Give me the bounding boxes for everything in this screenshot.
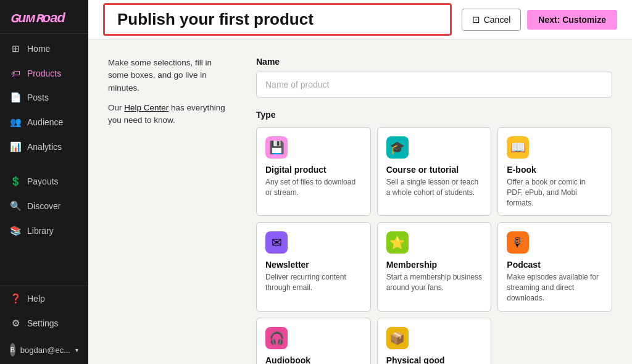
analytics-icon: 📊 — [10, 141, 21, 152]
ebook-title: E-book — [507, 165, 603, 175]
help-text: Our Help Center has everything you need … — [108, 102, 231, 127]
podcast-title: Podcast — [507, 260, 603, 270]
course-description: Sell a single lesson or teach a whole co… — [386, 177, 483, 198]
type-card-audiobook[interactable]: 🎧 Audiobook Let customers listen to your… — [256, 318, 371, 364]
type-label: Type — [256, 110, 612, 120]
sidebar-user[interactable]: B bogdan@ec... ▾ — [0, 336, 88, 364]
newsletter-icon: ✉ — [265, 231, 288, 254]
sidebar-bottom: ❓ Help ⚙ Settings B bogdan@ec... ▾ — [0, 286, 88, 364]
sidebar-label-library: Library — [27, 226, 54, 236]
posts-icon: 📄 — [10, 92, 21, 103]
course-icon: 🎓 — [386, 136, 409, 159]
sidebar-label-discover: Discover — [27, 201, 60, 211]
physical-icon: 📦 — [386, 327, 409, 349]
physical-title: Physical good — [386, 355, 483, 364]
products-icon: 🏷 — [10, 68, 21, 78]
audiobook-title: Audiobook — [265, 355, 362, 364]
course-title: Course or tutorial — [386, 165, 483, 175]
settings-icon: ⚙ — [10, 318, 21, 329]
podcast-description: Make episodes available for streaming an… — [507, 272, 603, 303]
newsletter-title: Newsletter — [265, 260, 362, 270]
sidebar: ɢuмʀoaD ⊞ Home 🏷 Products 📄 Posts 👥 Audi… — [0, 0, 88, 364]
logo-text: ɢuмʀoaD — [10, 10, 65, 25]
help-prefix: Our — [108, 103, 124, 112]
sidebar-label-help: Help — [27, 294, 45, 304]
digital-title: Digital product — [265, 165, 362, 175]
discover-icon: 🔍 — [10, 201, 21, 212]
header-actions: ⊡ Cancel Next: Customize — [462, 9, 617, 31]
sidebar-item-settings[interactable]: ⚙ Settings — [0, 311, 88, 336]
cancel-label: Cancel — [484, 15, 511, 25]
sidebar-item-audience[interactable]: 👥 Audience — [0, 110, 88, 134]
chevron-down-icon: ▾ — [75, 347, 78, 354]
membership-title: Membership — [386, 260, 483, 270]
product-name-input[interactable] — [256, 72, 612, 97]
membership-icon: ⭐ — [386, 231, 409, 254]
sidebar-label-settings: Settings — [27, 318, 59, 328]
sidebar-item-library[interactable]: 📚 Library — [0, 218, 88, 243]
audiobook-icon: 🎧 — [265, 327, 288, 349]
avatar: B — [10, 343, 15, 357]
type-card-physical[interactable]: 📦 Physical good Sell anything that requi… — [377, 318, 492, 364]
ebook-description: Offer a book or comic in PDF, ePub, and … — [507, 177, 603, 208]
cancel-icon: ⊡ — [472, 14, 480, 25]
digital-icon: 💾 — [265, 136, 288, 159]
sidebar-item-posts[interactable]: 📄 Posts — [0, 85, 88, 110]
type-card-newsletter[interactable]: ✉ Newsletter Deliver recurring content t… — [256, 222, 371, 311]
avatar-initials: B — [10, 346, 15, 354]
type-card-podcast[interactable]: 🎙 Podcast Make episodes available for st… — [497, 222, 612, 311]
library-icon: 📚 — [10, 225, 21, 236]
user-name: bogdan@ec... — [20, 345, 70, 355]
home-icon: ⊞ — [10, 43, 21, 54]
sidebar-item-products[interactable]: 🏷 Products — [0, 61, 88, 85]
help-icon: ❓ — [10, 293, 21, 304]
podcast-icon: 🎙 — [507, 231, 529, 254]
logo: ɢuмʀoaD — [0, 0, 88, 33]
header: Publish your first product ⊡ Cancel Next… — [88, 0, 632, 39]
sidebar-label-home: Home — [27, 44, 50, 54]
help-center-link[interactable]: Help Center — [124, 103, 168, 112]
sidebar-label-analytics: Analytics — [27, 142, 62, 152]
type-card-ebook[interactable]: 📖 E-book Offer a book or comic in PDF, e… — [497, 127, 612, 216]
left-panel: Make some selections, fill in some boxes… — [108, 57, 231, 347]
type-card-membership[interactable]: ⭐ Membership Start a membership business… — [377, 222, 492, 311]
sidebar-item-discover[interactable]: 🔍 Discover — [0, 194, 88, 218]
type-card-digital[interactable]: 💾 Digital product Any set of files to do… — [256, 127, 371, 216]
sidebar-label-posts: Posts — [27, 93, 49, 102]
ebook-icon: 📖 — [507, 136, 529, 159]
membership-description: Start a membership business around your … — [386, 272, 483, 293]
audience-icon: 👥 — [10, 117, 21, 128]
digital-description: Any set of files to download or stream. — [265, 177, 362, 198]
sidebar-label-audience: Audience — [27, 117, 63, 127]
main-area: Publish your first product ⊡ Cancel Next… — [88, 0, 632, 364]
sidebar-label-products: Products — [27, 68, 61, 78]
header-title-box: Publish your first product — [103, 3, 452, 36]
next-customize-button[interactable]: Next: Customize — [527, 10, 617, 30]
description-text: Make some selections, fill in some boxes… — [108, 57, 231, 94]
name-label: Name — [256, 57, 612, 67]
sidebar-divider — [0, 33, 88, 34]
sidebar-label-payouts: Payouts — [27, 176, 59, 186]
type-grid: 💾 Digital product Any set of files to do… — [256, 127, 612, 364]
right-panel: Name Type 💾 Digital product Any set of f… — [256, 57, 612, 347]
content-area: Make some selections, fill in some boxes… — [88, 39, 632, 364]
sidebar-item-analytics[interactable]: 📊 Analytics — [0, 134, 88, 159]
sidebar-item-payouts[interactable]: 💲 Payouts — [0, 169, 88, 194]
cancel-button[interactable]: ⊡ Cancel — [462, 9, 522, 31]
newsletter-description: Deliver recurring content through email. — [265, 272, 362, 293]
page-title: Publish your first product — [117, 10, 438, 29]
next-label: Next: Customize — [538, 15, 606, 25]
sidebar-item-home[interactable]: ⊞ Home — [0, 36, 88, 61]
type-card-course[interactable]: 🎓 Course or tutorial Sell a single lesso… — [377, 127, 492, 216]
payouts-icon: 💲 — [10, 176, 21, 187]
sidebar-item-help[interactable]: ❓ Help — [0, 286, 88, 311]
